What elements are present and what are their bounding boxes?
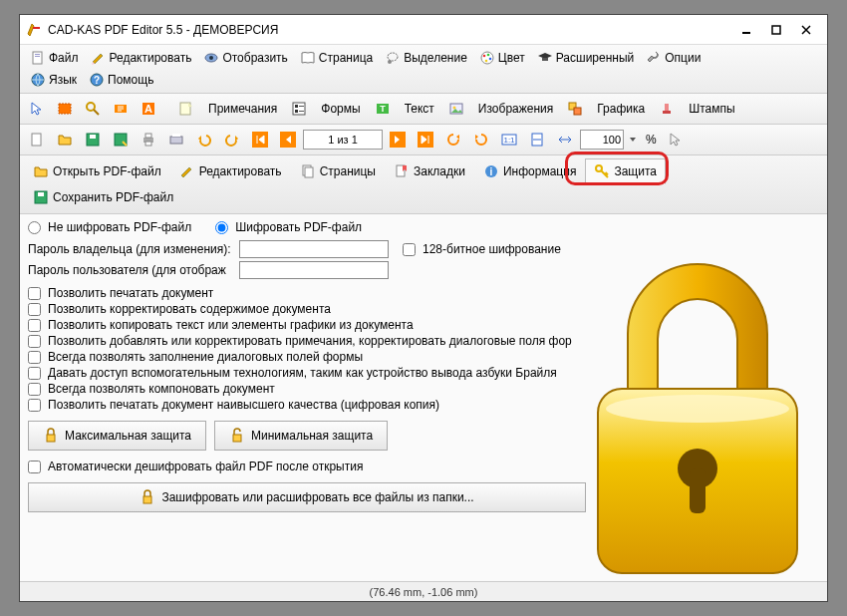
redo[interactable] bbox=[219, 127, 245, 153]
maximize-button[interactable] bbox=[761, 20, 791, 40]
perm-acc[interactable]: Давать доступ вспомогательным технология… bbox=[28, 366, 557, 380]
menu-edit[interactable]: Редактировать bbox=[85, 47, 198, 69]
new-file[interactable] bbox=[24, 127, 50, 153]
perm-annot[interactable]: Позволить добавлять или корректировать п… bbox=[28, 334, 572, 348]
svg-rect-24 bbox=[293, 103, 305, 115]
gradcap-icon bbox=[537, 50, 553, 66]
tab-edit[interactable]: Редактировать bbox=[170, 158, 291, 184]
open-file[interactable] bbox=[52, 127, 78, 153]
svg-rect-67 bbox=[690, 468, 706, 513]
btn-min-protect[interactable]: Минимальная защита bbox=[214, 421, 388, 451]
scan[interactable] bbox=[163, 127, 189, 153]
cat-forms[interactable]: Формы bbox=[314, 96, 367, 122]
menubar: Файл Редактировать Отобразить Страница В… bbox=[20, 45, 827, 94]
svg-point-8 bbox=[388, 60, 392, 64]
tool-img-ic[interactable] bbox=[443, 96, 469, 122]
tool-gfx-ic[interactable] bbox=[562, 96, 588, 122]
undo[interactable] bbox=[191, 127, 217, 153]
menu-view[interactable]: Отобразить bbox=[197, 47, 293, 69]
chk-128bit[interactable]: 128-битное шифрование bbox=[403, 242, 561, 256]
tool-text-select[interactable] bbox=[108, 96, 134, 122]
minimize-button[interactable] bbox=[731, 20, 761, 40]
menu-select[interactable]: Выделение bbox=[379, 47, 473, 69]
first-page[interactable] bbox=[247, 127, 273, 153]
menu-color[interactable]: Цвет bbox=[473, 47, 531, 69]
svg-rect-0 bbox=[742, 32, 750, 34]
close-button[interactable] bbox=[791, 20, 821, 40]
tab-info-label: Информация bbox=[503, 164, 576, 178]
rotate-ccw[interactable] bbox=[440, 127, 466, 153]
globe-icon bbox=[30, 72, 46, 88]
toolbar-tools: A Примечания Формы T Текст Изображения Г… bbox=[20, 94, 827, 125]
tool-pointer[interactable] bbox=[24, 96, 50, 122]
svg-rect-37 bbox=[32, 134, 41, 146]
save-file[interactable] bbox=[80, 127, 106, 153]
cat-annotations[interactable]: Примечания bbox=[201, 96, 284, 122]
page-number-field[interactable] bbox=[303, 130, 383, 150]
tab-save[interactable]: Сохранить PDF-файл bbox=[24, 184, 182, 210]
tab-pages[interactable]: Страницы bbox=[291, 158, 385, 184]
chk-auto-decrypt[interactable]: Автоматически дешифровать файл PDF после… bbox=[28, 460, 363, 473]
prev-page[interactable] bbox=[275, 127, 301, 153]
btn-batch-encrypt[interactable]: Зашифровать или расшифровать все файлы и… bbox=[28, 482, 586, 512]
menu-file[interactable]: Файл bbox=[24, 47, 85, 69]
next-page[interactable] bbox=[385, 127, 411, 153]
owner-pw-input[interactable] bbox=[239, 240, 389, 258]
user-pw-input[interactable] bbox=[239, 261, 389, 279]
cat-forms-label: Формы bbox=[321, 102, 360, 116]
radio-no-encrypt[interactable]: Не шифровать PDF-файл bbox=[28, 220, 191, 234]
zoom-width[interactable] bbox=[552, 127, 578, 153]
menu-help[interactable]: ? Помощь bbox=[83, 69, 159, 91]
menu-advanced[interactable]: Расширенный bbox=[531, 47, 641, 69]
perm-form-label: Всегда позволять заполнение диалоговых п… bbox=[48, 350, 363, 364]
zoom-11[interactable]: 1:1 bbox=[496, 127, 522, 153]
print-icon bbox=[141, 132, 156, 148]
cat-graphics[interactable]: Графика bbox=[590, 96, 652, 122]
cat-text-label: Текст bbox=[405, 102, 434, 116]
svg-rect-26 bbox=[295, 110, 298, 113]
perm-edit[interactable]: Позволить корректировать содержимое доку… bbox=[28, 302, 331, 316]
print[interactable] bbox=[136, 127, 161, 153]
cat-stamps[interactable]: Штампы bbox=[682, 96, 741, 122]
last-page[interactable] bbox=[413, 127, 438, 153]
tool-pointer-2[interactable] bbox=[663, 127, 689, 153]
toolbar-nav: 1:1 % bbox=[20, 125, 827, 155]
tab-bookmarks[interactable]: Закладки bbox=[385, 158, 474, 184]
perm-assemble[interactable]: Всегда позволять компоновать документ bbox=[28, 382, 275, 396]
menu-edit-label: Редактировать bbox=[110, 51, 192, 65]
zoom-dropdown[interactable] bbox=[626, 127, 640, 153]
menu-lang[interactable]: Язык bbox=[24, 69, 83, 91]
perm-copy[interactable]: Позволить копировать текст или элементы … bbox=[28, 318, 414, 332]
cursor-icon bbox=[29, 101, 45, 117]
form-icon bbox=[291, 101, 307, 117]
bookmark-icon bbox=[394, 163, 410, 179]
perm-hq-print[interactable]: Позволить печатать документ наивысшего к… bbox=[28, 398, 439, 412]
cat-annotations-label: Примечания bbox=[208, 102, 277, 116]
radio-encrypt[interactable]: Шифровать PDF-файл bbox=[215, 220, 362, 234]
tool-a-select[interactable]: A bbox=[136, 96, 161, 122]
svg-text:1:1: 1:1 bbox=[503, 136, 515, 145]
perm-form[interactable]: Всегда позволять заполнение диалоговых п… bbox=[28, 350, 363, 364]
cat-images[interactable]: Изображения bbox=[471, 96, 560, 122]
tool-select-area[interactable] bbox=[52, 96, 78, 122]
tool-forms-ic[interactable] bbox=[286, 96, 312, 122]
menu-options[interactable]: Опции bbox=[640, 47, 706, 69]
tool-text-ic[interactable]: T bbox=[370, 96, 396, 122]
perm-print[interactable]: Позволить печатать документ bbox=[28, 286, 213, 300]
btn-max-protect[interactable]: Максимальная защита bbox=[28, 421, 206, 451]
zoom-field[interactable] bbox=[580, 130, 624, 150]
zoom-fit[interactable] bbox=[524, 127, 550, 153]
tool-zoom[interactable] bbox=[80, 96, 106, 122]
tab-security[interactable]: Защита bbox=[585, 158, 666, 184]
pages-icon bbox=[300, 163, 316, 179]
save-as[interactable] bbox=[108, 127, 134, 153]
cat-text[interactable]: Текст bbox=[398, 96, 441, 122]
svg-text:T: T bbox=[380, 104, 386, 114]
tab-info[interactable]: i Информация bbox=[474, 158, 585, 184]
menu-color-label: Цвет bbox=[498, 51, 525, 65]
rotate-cw[interactable] bbox=[468, 127, 494, 153]
tool-stamp-ic[interactable] bbox=[654, 96, 680, 122]
tab-open[interactable]: Открыть PDF-файл bbox=[24, 158, 170, 184]
menu-page[interactable]: Страница bbox=[294, 47, 379, 69]
tool-note[interactable] bbox=[173, 96, 199, 122]
